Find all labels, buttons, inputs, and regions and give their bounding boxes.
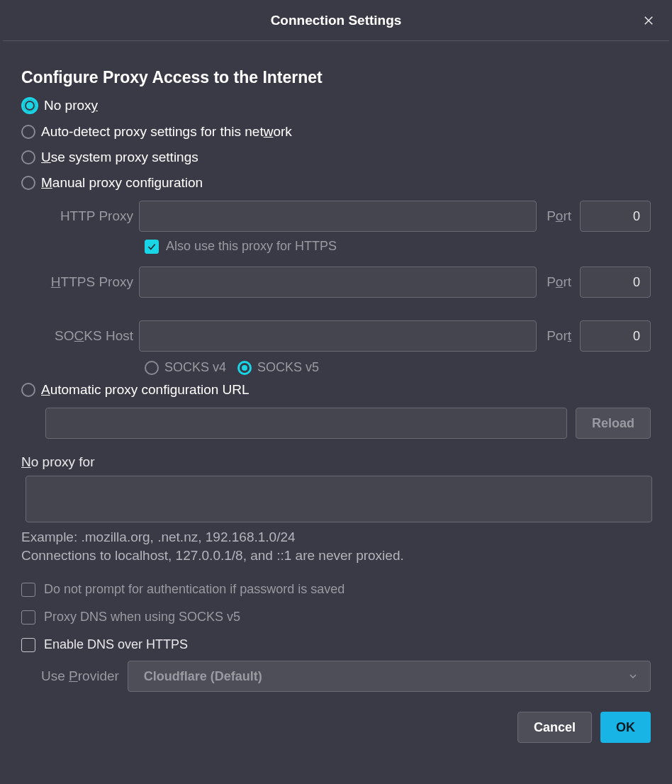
no-proxy-for-label: No proxy for <box>21 454 651 470</box>
https-proxy-input[interactable] <box>139 267 537 298</box>
dialog-buttons: Cancel OK <box>3 705 669 756</box>
checkbox-icon <box>21 638 35 652</box>
https-proxy-row: HTTPS Proxy Port <box>45 267 651 298</box>
socks-version-row: SOCKS v4 SOCKS v5 <box>145 360 651 375</box>
http-proxy-input[interactable] <box>139 201 537 232</box>
https-proxy-label: HTTPS Proxy <box>45 274 133 290</box>
radio-icon <box>145 361 159 375</box>
dialog-content: Configure Proxy Access to the Internet N… <box>3 41 669 705</box>
https-port-input[interactable] <box>580 267 651 298</box>
titlebar: Connection Settings <box>3 0 669 41</box>
example-hint: Example: .mozilla.org, .net.nz, 192.168.… <box>21 530 651 545</box>
close-button[interactable] <box>638 10 659 31</box>
http-port-input[interactable] <box>580 201 651 232</box>
reload-button[interactable]: Reload <box>576 408 651 439</box>
socks-port-input[interactable] <box>580 320 651 352</box>
provider-value: Cloudflare (Default) <box>144 669 262 684</box>
socks-host-label: SOCKS Host <box>45 328 133 344</box>
checkbox-icon <box>21 583 35 597</box>
close-icon <box>642 14 655 27</box>
radio-label: Auto-detect proxy settings for this netw… <box>41 124 292 140</box>
opt-label: Do not prompt for authentication if pass… <box>44 582 345 597</box>
checkbox-icon <box>145 240 159 254</box>
socks-host-row: SOCKS Host Port <box>45 320 651 352</box>
radio-label: No proxy <box>44 98 98 113</box>
ok-button[interactable]: OK <box>600 712 651 743</box>
opt-label: Enable DNS over HTTPS <box>44 637 188 652</box>
port-label: Port <box>547 208 571 224</box>
section-heading: Configure Proxy Access to the Internet <box>21 68 651 87</box>
radio-system-proxy[interactable]: Use system proxy settings <box>21 150 651 165</box>
socks-v4-option[interactable]: SOCKS v4 <box>145 360 226 375</box>
radio-label: Use system proxy settings <box>41 150 198 165</box>
dialog-title: Connection Settings <box>271 13 402 28</box>
chevron-down-icon <box>627 671 639 682</box>
radio-label: Automatic proxy configuration URL <box>41 382 250 398</box>
no-proxy-for-input[interactable] <box>26 476 652 522</box>
also-https-label: Also use this proxy for HTTPS <box>166 239 337 254</box>
radio-icon <box>21 150 35 164</box>
radio-icon <box>237 361 252 375</box>
opt-no-auth-prompt[interactable]: Do not prompt for authentication if pass… <box>21 582 651 597</box>
also-https-row[interactable]: Also use this proxy for HTTPS <box>145 239 651 254</box>
cancel-button[interactable]: Cancel <box>517 712 592 743</box>
radio-icon <box>21 125 35 139</box>
manual-proxy-form: HTTP Proxy Port Also use this proxy for … <box>45 201 651 375</box>
port-label: Port <box>547 328 571 344</box>
socks-host-input[interactable] <box>139 320 537 352</box>
radio-manual-proxy[interactable]: Manual proxy configuration <box>21 175 651 191</box>
radio-icon <box>21 176 35 190</box>
socks-v5-label: SOCKS v5 <box>257 360 319 375</box>
radio-auto-detect[interactable]: Auto-detect proxy settings for this netw… <box>21 124 651 140</box>
radio-icon <box>21 97 38 114</box>
socks-v4-label: SOCKS v4 <box>164 360 226 375</box>
opt-proxy-dns-socks5[interactable]: Proxy DNS when using SOCKS v5 <box>21 610 651 625</box>
radio-label: Manual proxy configuration <box>41 175 203 191</box>
http-proxy-label: HTTP Proxy <box>45 208 133 224</box>
provider-select[interactable]: Cloudflare (Default) <box>128 661 651 692</box>
port-label: Port <box>547 274 571 290</box>
radio-no-proxy[interactable]: No proxy <box>21 97 651 114</box>
pac-url-row: Reload <box>45 408 651 439</box>
radio-pac-url[interactable]: Automatic proxy configuration URL <box>21 382 651 398</box>
radio-icon <box>21 383 35 397</box>
checkbox-icon <box>21 610 35 625</box>
http-proxy-row: HTTP Proxy Port <box>45 201 651 232</box>
opt-enable-doh[interactable]: Enable DNS over HTTPS <box>21 637 651 652</box>
socks-v5-option[interactable]: SOCKS v5 <box>237 360 319 375</box>
pac-url-input[interactable] <box>45 408 567 439</box>
localhost-hint: Connections to localhost, 127.0.0.1/8, a… <box>21 548 651 564</box>
connection-settings-dialog: Connection Settings Configure Proxy Acce… <box>3 0 669 756</box>
doh-provider-row: Use Provider Cloudflare (Default) <box>41 661 651 692</box>
opt-label: Proxy DNS when using SOCKS v5 <box>44 610 240 625</box>
provider-label: Use Provider <box>41 668 119 684</box>
